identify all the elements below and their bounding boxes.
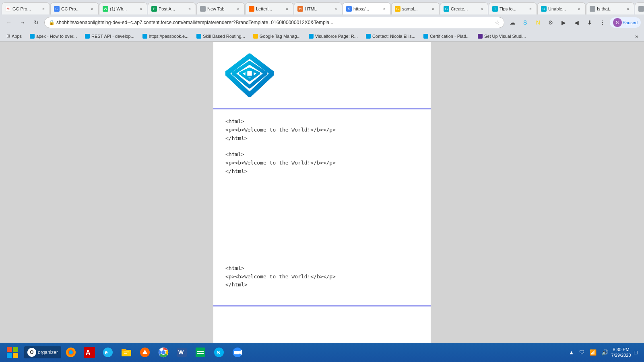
skype-icon: S xyxy=(213,347,225,358)
back-button[interactable]: ← xyxy=(3,17,14,28)
profile-button[interactable]: S Paused xyxy=(610,17,641,28)
ext3-icon[interactable]: ◀ xyxy=(571,17,582,28)
forward-button[interactable]: → xyxy=(17,17,28,28)
svg-point-10 xyxy=(69,350,73,354)
taskbar-app-ie[interactable]: e xyxy=(99,344,117,360)
tray-network-icon[interactable]: 📶 xyxy=(588,348,598,356)
bookmark-contact[interactable]: Contact: Nicola Ellis... xyxy=(363,32,419,41)
bookmark-label: Apps xyxy=(12,34,22,39)
tab-close[interactable]: × xyxy=(479,6,485,12)
bookmark-label: Set Up Visual Studi... xyxy=(484,34,526,39)
browser-window: M GC Pro... × G GC Pro... × W (1) Wh... … xyxy=(0,0,644,362)
norton-icon[interactable]: N xyxy=(533,17,544,28)
tab-close[interactable]: × xyxy=(187,6,192,12)
bookmark-label: Google Tag Manag... xyxy=(260,34,301,39)
taskbar-app-skype[interactable]: S xyxy=(210,344,228,360)
bookmark-gtm[interactable]: Google Tag Manag... xyxy=(250,32,304,41)
tab-html2[interactable]: html -... × xyxy=(635,2,644,14)
svg-rect-27 xyxy=(197,351,204,352)
tab-label: GC Pro... xyxy=(12,6,31,11)
tab-new-tab[interactable]: New Tab × xyxy=(196,2,245,14)
html-block-1: <html> <p><b>Welcome to the World!</b></… xyxy=(225,117,419,142)
tab-whatsapp[interactable]: W (1) Wh... × xyxy=(99,2,147,14)
tab-label-active: https:/... xyxy=(353,6,369,11)
svg-rect-7 xyxy=(13,353,18,358)
tab-close[interactable]: × xyxy=(235,6,241,12)
files-icon xyxy=(121,347,132,358)
email-footer xyxy=(213,306,431,331)
bookmark-apps[interactable]: ⊞ Apps xyxy=(3,32,25,41)
tab-label: HTML xyxy=(305,6,317,11)
tab-close[interactable]: × xyxy=(89,6,95,12)
bookmark-cert[interactable]: Certification - Platf... xyxy=(420,32,473,41)
email-body: <html> <p><b>Welcome to the World!</b></… xyxy=(213,109,431,306)
organizer-button[interactable]: O organizer xyxy=(24,346,61,358)
bookmarks-overflow-button[interactable]: » xyxy=(633,33,641,39)
address-bar[interactable]: 🔒 shobhitsaxenaonlightning-dev-ed--c.ap7… xyxy=(44,17,504,28)
bookmark-skill[interactable]: Skill Based Routing... xyxy=(193,32,248,41)
bookmark-vf[interactable]: Visualforce Page: R... xyxy=(305,32,361,41)
tray-notification-button[interactable]: □ xyxy=(633,348,639,356)
cloud-icon[interactable]: ☁ xyxy=(507,17,518,28)
tray-clock[interactable]: 8:30 PM 7/29/2020 xyxy=(611,347,631,358)
taskbar: O organizer A e xyxy=(0,343,644,362)
bookmark-vsstudio[interactable]: Set Up Visual Studi... xyxy=(475,32,529,41)
tab-sample[interactable]: G sampl... × xyxy=(391,2,440,14)
taskbar-app-green[interactable] xyxy=(192,344,209,360)
tab-gc-pro-2[interactable]: G GC Pro... × xyxy=(50,2,99,14)
tab-close[interactable]: × xyxy=(528,6,533,12)
downloads-icon[interactable]: ⬇ xyxy=(584,17,595,28)
tab-html[interactable]: H HTML × xyxy=(294,2,342,14)
adobe-icon: A xyxy=(84,347,95,358)
ext1-icon[interactable]: ⚙ xyxy=(545,17,557,28)
taskbar-app-files[interactable] xyxy=(118,344,135,360)
tab-close[interactable]: × xyxy=(41,6,46,12)
tray-expand-button[interactable]: ▲ xyxy=(567,348,576,356)
tab-unable[interactable]: U Unable... × xyxy=(537,2,586,14)
svg-rect-18 xyxy=(124,353,127,354)
tab-close[interactable]: × xyxy=(284,6,290,12)
security-shield-icon: 🛡 xyxy=(579,349,585,356)
settings-icon[interactable]: ⋮ xyxy=(597,17,608,28)
bookmark-rest[interactable]: REST API - develop... xyxy=(82,32,138,41)
skype-ext-icon[interactable]: S xyxy=(520,17,531,28)
bookmarks-bar: ⊞ Apps apex - How to over... REST API - … xyxy=(0,31,644,42)
tab-post[interactable]: P Post A... × xyxy=(148,2,196,14)
bookmark-label: Contact: Nicola Ellis... xyxy=(372,34,415,39)
start-button[interactable] xyxy=(2,344,23,360)
bookmark-passbook[interactable]: https://passbook.e... xyxy=(139,32,192,41)
svg-text:W: W xyxy=(178,349,184,356)
taskbar-app-chrome[interactable] xyxy=(155,344,172,360)
tab-https-active[interactable]: S https:/... × xyxy=(343,2,391,14)
bookmark-favicon xyxy=(423,34,428,39)
bookmark-apex[interactable]: apex - How to over... xyxy=(27,32,80,41)
tab-close-active[interactable]: × xyxy=(382,6,387,12)
tray-shield-icon[interactable]: 🛡 xyxy=(578,348,586,356)
email-code-text-3: <html> <p><b>Welcome to the World!</b></… xyxy=(225,264,419,289)
tab-gc-pro-1[interactable]: M GC Pro... × xyxy=(2,2,50,14)
bookmark-label: Visualforce Page: R... xyxy=(315,34,358,39)
bookmark-star-icon[interactable]: ☆ xyxy=(495,19,500,26)
svg-rect-17 xyxy=(124,352,129,352)
tab-tips[interactable]: T Tips fo... × xyxy=(489,2,537,14)
page-content-area: <html> <p><b>Welcome to the World!</b></… xyxy=(0,42,644,362)
zoom-icon xyxy=(232,347,243,358)
taskbar-app-zoom[interactable] xyxy=(229,344,246,360)
tab-close[interactable]: × xyxy=(625,6,631,12)
tray-date-display: 7/29/2020 xyxy=(611,352,631,358)
tab-close[interactable]: × xyxy=(333,6,339,12)
tab-close[interactable]: × xyxy=(576,6,582,12)
taskbar-app-firefox[interactable] xyxy=(62,344,80,360)
tab-create[interactable]: C Create... × xyxy=(440,2,488,14)
taskbar-app-adobe[interactable]: A xyxy=(80,344,98,360)
taskbar-app-word[interactable]: W xyxy=(173,344,191,360)
svg-text:S: S xyxy=(217,350,220,356)
tab-close[interactable]: × xyxy=(430,6,436,12)
ext2-icon[interactable]: ▶ xyxy=(558,17,570,28)
tab-letteri[interactable]: L Letteri... × xyxy=(245,2,293,14)
tab-isthat[interactable]: Is that... × xyxy=(586,2,634,14)
reload-button[interactable]: ↻ xyxy=(31,17,42,28)
taskbar-app-orange[interactable] xyxy=(136,344,154,360)
tab-close[interactable]: × xyxy=(138,6,144,12)
tray-volume-icon[interactable]: 🔊 xyxy=(600,348,610,356)
